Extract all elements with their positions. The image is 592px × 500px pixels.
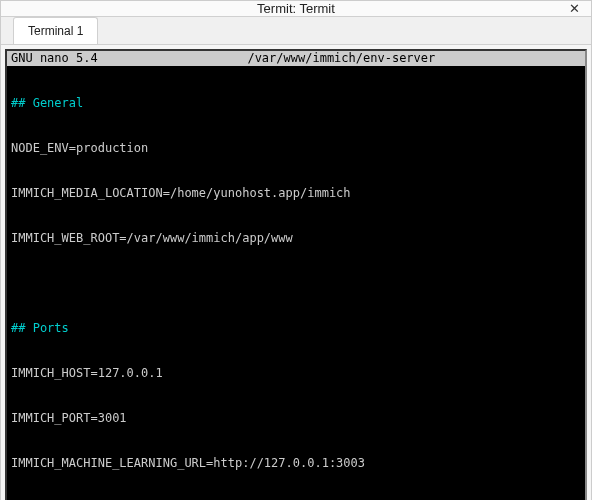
nano-header: GNU nano 5.4 /var/www/immich/env-server (7, 51, 585, 66)
close-icon[interactable]: ✕ (565, 0, 583, 18)
env-line: IMMICH_WEB_ROOT=/var/www/immich/app/www (11, 231, 581, 246)
window-frame: Termit: Termit ✕ Terminal 1 GNU nano 5.4… (0, 0, 592, 500)
section-general: ## General (11, 96, 83, 111)
tab-terminal-1[interactable]: Terminal 1 (13, 17, 98, 44)
env-line: IMMICH_HOST=127.0.0.1 (11, 366, 581, 381)
env-line: IMMICH_MEDIA_LOCATION=/home/yunohost.app… (11, 186, 581, 201)
editor-content[interactable]: ## General NODE_ENV=production IMMICH_ME… (7, 66, 585, 500)
section-ports: ## Ports (11, 321, 69, 336)
terminal-frame: GNU nano 5.4 /var/www/immich/env-server … (1, 45, 591, 500)
nano-file-path: /var/www/immich/env-server (98, 51, 585, 66)
env-line: IMMICH_MACHINE_LEARNING_URL=http://127.0… (11, 456, 581, 471)
env-line: NODE_ENV=production (11, 141, 581, 156)
nano-app-name: GNU nano 5.4 (7, 51, 98, 66)
window-title: Termit: Termit (257, 1, 335, 16)
env-line: IMMICH_PORT=3001 (11, 411, 581, 426)
terminal[interactable]: GNU nano 5.4 /var/www/immich/env-server … (5, 49, 587, 500)
tabbar: Terminal 1 (1, 17, 591, 45)
titlebar[interactable]: Termit: Termit ✕ (1, 1, 591, 17)
